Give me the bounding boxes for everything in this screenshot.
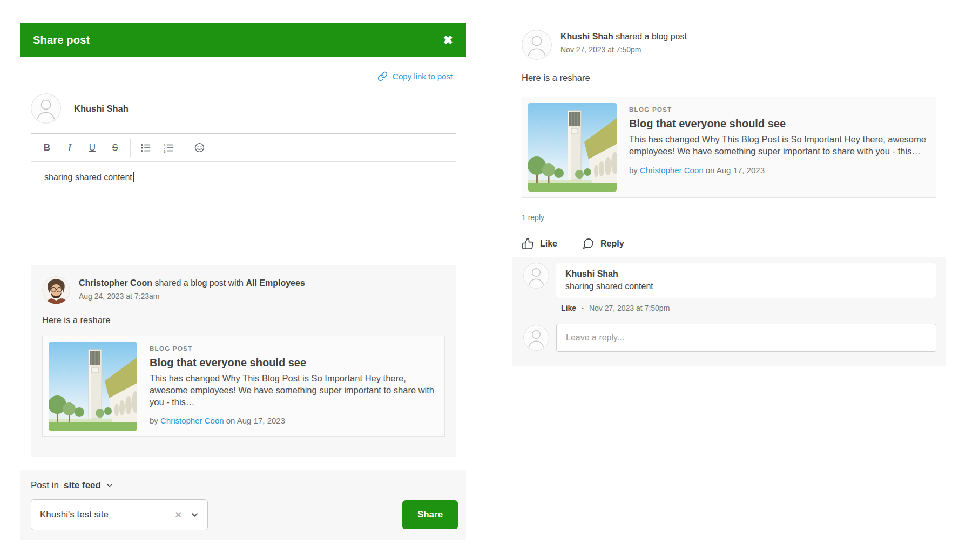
- blog-thumbnail: [528, 103, 617, 192]
- comment-meta: Like • Nov 27, 2023 at 7:50pm: [561, 304, 936, 312]
- numbered-list-icon[interactable]: 123: [157, 138, 180, 158]
- site-select-value: Khushi's test site: [40, 509, 109, 520]
- page: Share post ✖ Copy link to post Khushi Sh…: [0, 0, 959, 560]
- post-in-selector[interactable]: Post in site feed: [31, 480, 458, 491]
- embedded-post-message: Here is a reshare: [42, 315, 445, 325]
- embedded-post-byline: Christopher Coon shared a blog post with…: [79, 276, 305, 301]
- clear-selection-icon[interactable]: ✕: [175, 510, 182, 520]
- feed-post-author[interactable]: Khushi Shah: [560, 32, 613, 41]
- post-in-label: Post in: [31, 480, 59, 491]
- christopher-coon-avatar: [42, 276, 70, 304]
- share-button[interactable]: Share: [402, 500, 458, 529]
- blog-title[interactable]: Blog that everyone should see: [629, 118, 927, 130]
- blog-author-link[interactable]: Christopher Coon: [160, 416, 224, 425]
- composer-author-row: Khushi Shah: [31, 93, 466, 124]
- embedded-post-audience: All Employees: [246, 278, 305, 288]
- feed-post-timestamp: Nov 27, 2023 at 7:50pm: [560, 45, 687, 54]
- modal-footer: Post in site feed Khushi's test site ✕ S…: [20, 470, 466, 540]
- modal-header: Share post ✖: [20, 23, 466, 57]
- speech-bubble-icon: [582, 237, 595, 250]
- modal-title: Share post: [33, 34, 90, 46]
- close-icon[interactable]: ✖: [443, 35, 453, 46]
- reply-label: Reply: [600, 239, 624, 249]
- strikethrough-icon[interactable]: S: [104, 138, 126, 158]
- byline-date: on Aug 17, 2023: [224, 416, 285, 425]
- share-post-modal: Share post ✖ Copy link to post Khushi Sh…: [20, 23, 466, 540]
- embedded-post-action: shared a blog post with: [152, 278, 246, 288]
- comment: Khushi Shah sharing shared content: [523, 263, 936, 298]
- feed-post-byline: Khushi Shah shared a blog post Nov 27, 2…: [560, 30, 687, 54]
- blog-card-body: BLOG POST Blog that everyone should see …: [629, 103, 930, 192]
- comment-like-button[interactable]: Like: [561, 304, 576, 312]
- reply-count: 1 reply: [522, 213, 936, 222]
- rich-text-editor: B I U S 123 sharing shared content: [31, 133, 456, 457]
- copy-link-label: Copy link to post: [393, 72, 453, 81]
- feed-post-message: Here is a reshare: [522, 73, 936, 83]
- svg-text:3: 3: [164, 149, 166, 153]
- copy-link-button[interactable]: Copy link to post: [20, 71, 466, 81]
- blog-card-body: BLOG POST Blog that everyone should see …: [150, 342, 438, 431]
- embedded-post-header: Christopher Coon shared a blog post with…: [42, 276, 445, 304]
- italic-icon[interactable]: I: [58, 138, 81, 158]
- blog-byline: by Christopher Coon on Aug 17, 2023: [150, 416, 435, 425]
- toolbar-divider: [130, 139, 131, 157]
- text-cursor: [133, 172, 134, 182]
- reply-button[interactable]: Reply: [582, 237, 624, 250]
- embedded-post-title-line: Christopher Coon shared a blog post with…: [79, 278, 305, 288]
- feed-post: Khushi Shah shared a blog post Nov 27, 2…: [512, 0, 946, 366]
- embedded-post-author: Christopher Coon: [79, 278, 152, 288]
- blog-post-card: BLOG POST Blog that everyone should see …: [42, 336, 445, 437]
- embedded-shared-post: Christopher Coon shared a blog post with…: [31, 265, 456, 457]
- blog-author-link[interactable]: Christopher Coon: [640, 166, 704, 175]
- blog-kicker: BLOG POST: [629, 106, 927, 113]
- underline-icon[interactable]: U: [81, 138, 104, 158]
- blog-title[interactable]: Blog that everyone should see: [150, 357, 435, 369]
- post-actions: Like Reply: [522, 229, 936, 257]
- like-button[interactable]: Like: [522, 237, 557, 250]
- blog-thumbnail: [49, 342, 137, 431]
- bullet-list-icon[interactable]: [134, 138, 157, 158]
- like-label: Like: [540, 239, 557, 249]
- feed-post-action: shared a blog post: [613, 32, 687, 41]
- blog-excerpt: This has changed Why This Blog Post is S…: [629, 134, 927, 158]
- thumbs-up-icon: [522, 237, 534, 250]
- reply-composer: [523, 324, 936, 352]
- feed-post-title-line: Khushi Shah shared a blog post: [560, 32, 687, 42]
- blog-excerpt: This has changed Why This Blog Post is S…: [150, 373, 435, 408]
- dot-separator: •: [582, 305, 584, 311]
- comment-section: Khushi Shah sharing shared content Like …: [512, 257, 946, 366]
- chain-link-icon: [377, 71, 388, 81]
- comment-text: sharing shared content: [565, 282, 927, 291]
- comment-bubble: Khushi Shah sharing shared content: [556, 263, 936, 298]
- footer-actions-row: Khushi's test site ✕ Share: [31, 499, 458, 530]
- bold-icon[interactable]: B: [36, 138, 58, 158]
- composer-author-name: Khushi Shah: [74, 104, 129, 114]
- chevron-down-icon: [106, 482, 113, 489]
- khushi-shah-avatar[interactable]: [522, 30, 552, 60]
- embedded-post-timestamp: Aug 24, 2023 at 7:23am: [79, 292, 305, 301]
- reply-input[interactable]: [556, 324, 936, 352]
- editor-toolbar: B I U S 123: [31, 134, 456, 162]
- select-chevron-down-icon[interactable]: [190, 510, 199, 520]
- byline-prefix: by: [150, 416, 160, 425]
- toolbar-divider: [184, 139, 184, 157]
- comment-timestamp: Nov 27, 2023 at 7:50pm: [589, 304, 670, 312]
- blog-post-card: BLOG POST Blog that everyone should see …: [522, 97, 936, 198]
- commenter-avatar[interactable]: [523, 263, 549, 289]
- editor-text-area[interactable]: sharing shared content: [31, 162, 456, 265]
- byline-prefix: by: [629, 166, 640, 175]
- blog-byline: by Christopher Coon on Aug 17, 2023: [629, 166, 927, 175]
- user-avatar: [523, 325, 549, 351]
- feed-post-header: Khushi Shah shared a blog post Nov 27, 2…: [522, 30, 936, 60]
- site-select[interactable]: Khushi's test site ✕: [31, 499, 208, 530]
- byline-date: on Aug 17, 2023: [704, 166, 765, 175]
- emoji-icon[interactable]: [188, 138, 211, 158]
- comment-author[interactable]: Khushi Shah: [565, 269, 927, 279]
- feed-post-content: Khushi Shah shared a blog post Nov 27, 2…: [512, 0, 946, 257]
- editor-text: sharing shared content: [44, 173, 132, 182]
- blog-kicker: BLOG POST: [150, 345, 435, 352]
- user-avatar: [31, 93, 61, 124]
- post-in-target: site feed: [64, 480, 101, 491]
